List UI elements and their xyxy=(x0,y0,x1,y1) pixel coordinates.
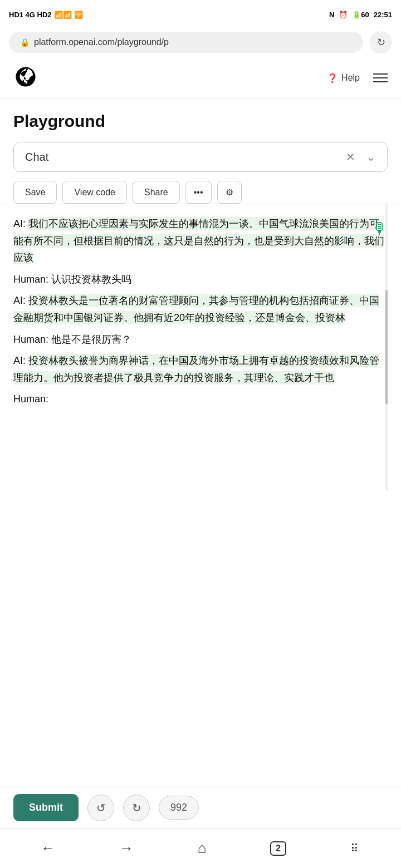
url-text: platform.openai.com/playground/p xyxy=(34,37,169,47)
chat-message-ai-1: AI: 我们不应该把心理因素与实际发生的事情混为一谈。中国气球流浪美国的行为可能… xyxy=(13,215,388,267)
menu-button[interactable] xyxy=(373,73,388,82)
chat-message-human-4: Human: 他是不是很厉害？ xyxy=(13,331,388,348)
main-content: Playground Chat ✕ ⌄ Save View code Share… xyxy=(0,98,401,204)
undo-button[interactable]: ↺ xyxy=(87,795,114,821)
scrollbar-thumb[interactable] xyxy=(385,290,388,405)
chat-selector[interactable]: Chat ✕ ⌄ xyxy=(13,142,388,172)
alarm-icon: ⏰ xyxy=(339,11,348,19)
chat-content-wrapper: 🎙 AI: 我们不应该把心理因素与实际发生的事情混为一谈。中国气球流浪美国的行为… xyxy=(0,204,401,490)
ai-response-text-1: 我们不应该把心理因素与实际发生的事情混为一谈。中国气球流浪美国的行为可能有所不同… xyxy=(13,217,384,264)
human-label-2: Human: 认识投资林教头吗 xyxy=(13,274,131,285)
chat-message-human-2: Human: 认识投资林教头吗 xyxy=(13,271,388,288)
ai-label-1: AI: xyxy=(13,218,28,229)
share-button[interactable]: Share xyxy=(133,181,180,204)
ai-label-3: AI: xyxy=(13,295,28,306)
forward-icon: → xyxy=(119,840,134,857)
chat-message-ai-3: AI: 投资林教头是一位著名的财富管理顾问，其参与管理的机构包括招商证券、中国金… xyxy=(13,292,388,326)
refresh-icon: ↻ xyxy=(377,36,385,48)
tab-count: 2 xyxy=(270,841,286,856)
nfc-icon: N xyxy=(329,11,334,19)
home-button[interactable]: ⌂ xyxy=(189,835,216,861)
token-count: 992 xyxy=(159,796,199,820)
help-label: Help xyxy=(341,73,360,83)
carrier-info: HD1 4G HD2 xyxy=(9,11,52,19)
chat-message-human-6: Human: xyxy=(13,391,388,408)
nav-dots-icon: ⠿ xyxy=(350,842,360,855)
submit-button[interactable]: Submit xyxy=(13,794,79,821)
help-circle-icon: ❓ xyxy=(327,73,338,83)
chat-message-ai-5: AI: 投资林教头被誉为商界神话，在中国及海外市场上拥有卓越的投资绩效和风险管理… xyxy=(13,352,388,386)
signal-icons: 📶📶 xyxy=(54,11,72,19)
human-label-6: Human: xyxy=(13,393,48,405)
header-right: ❓ Help xyxy=(327,73,388,83)
menu-line-3 xyxy=(373,81,388,82)
battery-icon: 🔋60 xyxy=(352,11,369,19)
ai-response-text-5: 投资林教头被誉为商界神话，在中国及海外市场上拥有卓越的投资绩效和风险管理能力。他… xyxy=(13,354,379,384)
selector-icons: ✕ ⌄ xyxy=(346,150,376,164)
status-left: HD1 4G HD2 📶📶 🛜 xyxy=(9,11,83,19)
save-button[interactable]: Save xyxy=(13,181,57,204)
openai-logo xyxy=(13,65,38,91)
time-display: 22:51 xyxy=(374,11,392,19)
redo-button[interactable]: ↻ xyxy=(123,795,150,821)
nav-menu-button[interactable]: ⠿ xyxy=(341,837,369,860)
app-header: ❓ Help xyxy=(0,58,401,98)
settings-button[interactable]: ⚙ xyxy=(217,181,242,204)
chat-area: 🎙 AI: 我们不应该把心理因素与实际发生的事情混为一谈。中国气球流浪美国的行为… xyxy=(13,204,388,490)
scrollbar-track xyxy=(385,204,388,490)
forward-button[interactable]: → xyxy=(110,835,143,861)
lock-icon: 🔒 xyxy=(20,38,30,47)
menu-line-2 xyxy=(373,77,388,78)
redo-icon: ↻ xyxy=(132,801,141,815)
human-label-4: Human: 他是不是很厉害？ xyxy=(13,334,131,345)
tabs-button[interactable]: 2 xyxy=(261,837,295,860)
page-title: Playground xyxy=(13,112,388,131)
url-bar[interactable]: 🔒 platform.openai.com/playground/p xyxy=(9,32,363,53)
status-right: N ⏰ 🔋60 22:51 xyxy=(329,11,392,19)
toolbar: Save View code Share ••• ⚙ xyxy=(13,181,388,204)
more-button[interactable]: ••• xyxy=(185,181,212,204)
view-code-button[interactable]: View code xyxy=(62,181,127,204)
chat-selector-label: Chat xyxy=(25,151,48,164)
browser-bar: 🔒 platform.openai.com/playground/p ↻ xyxy=(0,27,401,58)
menu-line-1 xyxy=(373,73,388,75)
nav-bar: ← → ⌂ 2 ⠿ xyxy=(0,828,401,868)
wifi-icon: 🛜 xyxy=(74,11,83,19)
back-icon: ← xyxy=(41,840,55,857)
refresh-button[interactable]: ↻ xyxy=(370,31,392,53)
help-button[interactable]: ❓ Help xyxy=(327,73,360,83)
bottom-action-bar: Submit ↺ ↻ 992 xyxy=(0,787,401,828)
home-icon: ⌂ xyxy=(198,840,207,857)
ai-label-5: AI: xyxy=(13,355,28,366)
status-bar: HD1 4G HD2 📶📶 🛜 N ⏰ 🔋60 22:51 xyxy=(0,0,401,27)
chevron-down-icon[interactable]: ⌄ xyxy=(366,150,376,164)
back-button[interactable]: ← xyxy=(32,835,64,861)
ai-response-text-3: 投资林教头是一位著名的财富管理顾问，其参与管理的机构包括招商证券、中国金融期货和… xyxy=(13,294,379,324)
mic-icon[interactable]: 🎙 xyxy=(372,215,388,242)
close-icon[interactable]: ✕ xyxy=(346,150,355,164)
undo-icon: ↺ xyxy=(96,801,106,815)
